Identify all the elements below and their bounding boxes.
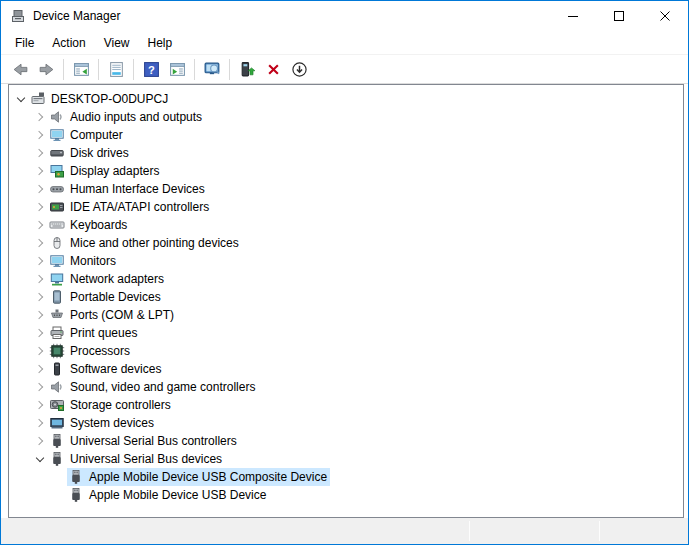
tree-item-label: Portable Devices [70,290,161,304]
tree-item[interactable]: Mice and other pointing devices [9,234,683,252]
tree-indent [13,279,32,280]
uninstall-device-button[interactable] [261,57,285,81]
tree-item-area[interactable]: Universal Serial Bus controllers [48,432,240,450]
tree-item-label: Monitors [70,254,116,268]
tree-item[interactable]: Network adapters [9,270,683,288]
chevron-collapsed-icon[interactable] [32,270,48,288]
menu-item-view[interactable]: View [95,31,139,54]
tree-item[interactable]: System devices [9,414,683,432]
tree-item[interactable]: Display adapters [9,162,683,180]
tree-item[interactable]: Processors [9,342,683,360]
tree-item-area[interactable]: Keyboards [48,216,130,234]
tree-item[interactable]: Portable Devices [9,288,683,306]
help-button[interactable]: ? [139,57,163,81]
chevron-collapsed-icon[interactable] [32,198,48,216]
tree-item[interactable]: Disk drives [9,144,683,162]
scan-for-hardware-changes-button[interactable] [200,57,224,81]
content-area: DESKTOP-O0DUPCJAudio inputs and outputsC… [1,84,688,518]
menu-item-action[interactable]: Action [43,31,94,54]
tree-item-area[interactable]: DESKTOP-O0DUPCJ [29,90,171,108]
close-button[interactable] [642,1,688,31]
chevron-collapsed-icon[interactable] [32,288,48,306]
tree-item-area[interactable]: Storage controllers [48,396,174,414]
tree-item-area[interactable]: Display adapters [48,162,162,180]
chevron-collapsed-icon[interactable] [32,252,48,270]
tree-item-label: Computer [70,128,123,142]
tree-item[interactable]: Sound, video and game controllers [9,378,683,396]
tree-item-label: Processors [70,344,130,358]
title-bar[interactable]: Device Manager [1,1,688,31]
tree-item-area[interactable]: Processors [48,342,133,360]
tree-indent [13,495,51,496]
tree-item[interactable]: Audio inputs and outputs [9,108,683,126]
tree-item[interactable]: Storage controllers [9,396,683,414]
chevron-collapsed-icon[interactable] [32,108,48,126]
chevron-collapsed-icon[interactable] [32,144,48,162]
back-arrow-icon [12,61,29,78]
tree-item[interactable]: Universal Serial Bus devices [9,450,683,468]
chevron-collapsed-icon[interactable] [32,324,48,342]
tree-item-area[interactable]: Human Interface Devices [48,180,208,198]
tree-indent [13,117,32,118]
forward-button[interactable] [34,57,58,81]
tree-item-area[interactable]: Computer [48,126,126,144]
tree-item[interactable]: Print queues [9,324,683,342]
tree-item-area[interactable]: Disk drives [48,144,132,162]
software-device-icon [49,361,65,377]
status-bar-separator [599,521,600,541]
tree-item[interactable]: Apple Mobile Device USB Composite Device [9,468,683,486]
chevron-collapsed-icon[interactable] [32,360,48,378]
chevron-collapsed-icon[interactable] [32,306,48,324]
chevron-collapsed-icon[interactable] [32,180,48,198]
show-console-tree-button[interactable] [69,57,93,81]
tree-item-area[interactable]: Network adapters [48,270,167,288]
tree-item-area[interactable]: Sound, video and game controllers [48,378,258,396]
tree-item[interactable]: DESKTOP-O0DUPCJ [9,90,683,108]
tree-item[interactable]: Ports (COM & LPT) [9,306,683,324]
chevron-collapsed-icon[interactable] [32,432,48,450]
tree-item-area[interactable]: Monitors [48,252,119,270]
properties-button[interactable] [104,57,128,81]
tree-item-selected-area[interactable]: Apple Mobile Device USB Composite Device [67,468,330,486]
tree-item-area[interactable]: Software devices [48,360,164,378]
chevron-expanded-icon[interactable] [13,90,29,108]
chevron-collapsed-icon[interactable] [32,342,48,360]
tree-item-area[interactable]: Mice and other pointing devices [48,234,242,252]
tree-item[interactable]: Computer [9,126,683,144]
menu-item-file[interactable]: File [6,31,43,54]
tree-item-area[interactable]: Ports (COM & LPT) [48,306,177,324]
tree-item[interactable]: Software devices [9,360,683,378]
tree-item-area[interactable]: Portable Devices [48,288,164,306]
tree-item-area[interactable]: Apple Mobile Device USB Device [67,486,269,504]
tree-item[interactable]: IDE ATA/ATAPI controllers [9,198,683,216]
tree-item[interactable]: Universal Serial Bus controllers [9,432,683,450]
menu-item-help[interactable]: Help [139,31,182,54]
show-action-pane-button[interactable] [165,57,189,81]
disable-device-button[interactable] [287,57,311,81]
tree-item-area[interactable]: IDE ATA/ATAPI controllers [48,198,212,216]
tree-item-area[interactable]: System devices [48,414,157,432]
chevron-expanded-icon[interactable] [32,450,48,468]
tree-item-area[interactable]: Audio inputs and outputs [48,108,205,126]
update-driver-button[interactable] [235,57,259,81]
tree-item-area[interactable]: Universal Serial Bus devices [48,450,225,468]
minimize-button[interactable] [550,1,596,31]
chevron-collapsed-icon[interactable] [32,414,48,432]
chevron-collapsed-icon[interactable] [32,216,48,234]
toolbar-separator [63,59,64,80]
window-controls [550,1,688,31]
tree-item[interactable]: Monitors [9,252,683,270]
chevron-collapsed-icon[interactable] [32,162,48,180]
chevron-collapsed-icon[interactable] [32,126,48,144]
chevron-collapsed-icon[interactable] [32,234,48,252]
tree-item-label: Apple Mobile Device USB Device [89,488,266,502]
chevron-collapsed-icon[interactable] [32,378,48,396]
tree-item[interactable]: Human Interface Devices [9,180,683,198]
tree-item-area[interactable]: Print queues [48,324,140,342]
maximize-button[interactable] [596,1,642,31]
tree-item[interactable]: Keyboards [9,216,683,234]
chevron-collapsed-icon[interactable] [32,396,48,414]
tree-item[interactable]: Apple Mobile Device USB Device [9,486,683,504]
tree-indent [13,405,32,406]
back-button[interactable] [8,57,32,81]
